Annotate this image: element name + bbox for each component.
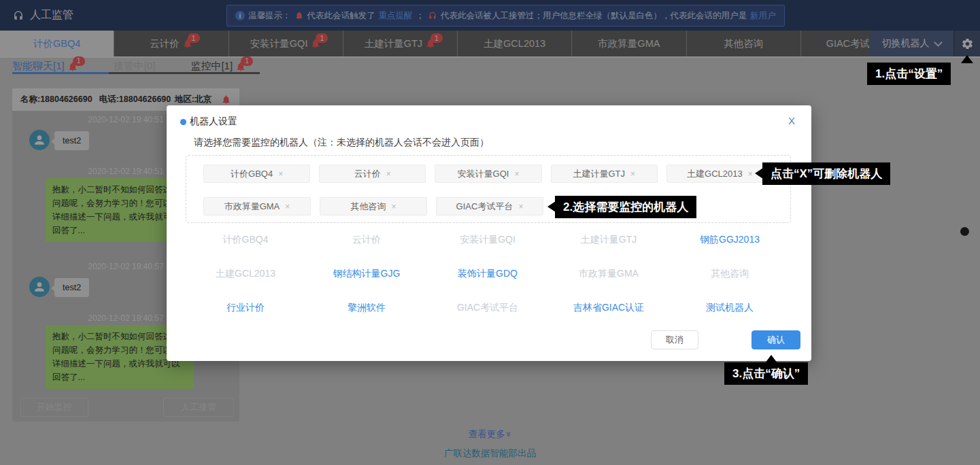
robot-option: 计价GBQ4 [185, 222, 306, 256]
selected-robots-box: 计价GBQ4× 云计价× 安装计量GQI× 土建计量GTJ× 土建GCL2013… [186, 155, 791, 223]
chip-giac[interactable]: GIAC考试平台× [436, 197, 543, 216]
annotation-text: 点击“X”可删除机器人 [771, 167, 882, 180]
chip-label: GIAC考试平台 [456, 201, 513, 213]
robot-option: 云计价 [306, 222, 427, 256]
annotation-step3: 3.点击“确认” [724, 362, 808, 385]
annotation-delete-note: 点击“X”可删除机器人 [762, 162, 890, 185]
chip-yunjijia[interactable]: 云计价× [319, 165, 426, 183]
remove-x-icon[interactable]: × [278, 169, 283, 179]
annotation-arrow-left [755, 168, 763, 179]
dialog-title: 机器人设置 [190, 116, 237, 128]
chip-label: 安装计量GQI [458, 168, 509, 180]
chip-label: 市政算量GMA [224, 201, 280, 213]
robot-option: 土建GCL2013 [185, 256, 306, 290]
annotation-arrow-up [961, 55, 973, 63]
robot-option[interactable]: 行业计价 [185, 290, 306, 324]
remove-x-icon[interactable]: × [386, 169, 391, 179]
chip-label: 计价GBQ4 [231, 168, 273, 180]
robot-option: 土建计量GTJ [548, 222, 669, 256]
robot-option[interactable]: 钢结构计量GJG [306, 256, 427, 290]
confirm-button[interactable]: 确认 [751, 330, 800, 349]
remove-x-icon[interactable]: × [518, 202, 523, 211]
annotation-arrow-up [765, 355, 777, 363]
dialog-subtitle: 请选择您需要监控的机器人（注：未选择的机器人会话不会进入页面） [194, 137, 489, 149]
chip-label: 其他咨询 [350, 201, 386, 213]
robot-option[interactable]: 吉林省GIAC认证 [548, 290, 669, 324]
robot-option: 安装计量GQI [427, 222, 548, 256]
chip-gqi[interactable]: 安装计量GQI× [435, 165, 541, 183]
chip-other[interactable]: 其他咨询× [320, 197, 427, 216]
robot-option: 其他咨询 [669, 256, 790, 290]
annotation-text: 1.点击“设置” [875, 67, 943, 80]
black-dot-marker [960, 227, 969, 236]
remove-x-icon[interactable]: × [514, 169, 519, 179]
annotation-step1: 1.点击“设置” [867, 63, 951, 85]
cancel-button[interactable]: 取消 [651, 330, 698, 349]
robot-settings-dialog: 机器人设置 X 请选择您需要监控的机器人（注：未选择的机器人会话不会进入页面） … [167, 105, 811, 361]
robot-option: 市政算量GMA [548, 256, 669, 290]
robot-options-grid: 计价GBQ4 云计价 安装计量GQI 土建计量GTJ 钢筋GGJ2013 土建G… [185, 222, 790, 324]
remove-x-icon[interactable]: × [391, 202, 396, 211]
annotation-step2: 2.选择需要监控的机器人 [555, 196, 696, 218]
chip-gtj[interactable]: 土建计量GTJ× [551, 165, 658, 183]
robot-option[interactable]: 擎洲软件 [306, 290, 427, 324]
robot-option: GIAC考试平台 [427, 290, 548, 324]
chip-gma[interactable]: 市政算量GMA× [203, 197, 311, 216]
robot-option[interactable]: 装饰计量GDQ [427, 256, 548, 290]
annotation-text: 3.点击“确认” [732, 367, 800, 380]
remove-x-icon[interactable]: × [285, 202, 290, 211]
robot-option[interactable]: 钢筋GGJ2013 [669, 222, 790, 256]
annotation-arrow-left [547, 201, 556, 212]
blue-dot-icon [180, 119, 186, 125]
robot-option[interactable]: 测试机器人 [669, 290, 790, 324]
chip-gbq4[interactable]: 计价GBQ4× [203, 165, 310, 183]
close-icon[interactable]: X [788, 115, 795, 126]
chip-label: 云计价 [354, 168, 381, 180]
remove-x-icon[interactable]: × [630, 169, 635, 179]
chip-label: 土建计量GTJ [573, 168, 625, 180]
chip-label: 土建GCL2013 [687, 168, 743, 180]
remove-x-icon[interactable]: × [748, 169, 753, 179]
selected-chips-row-1: 计价GBQ4× 云计价× 安装计量GQI× 土建计量GTJ× 土建GCL2013… [203, 165, 773, 183]
annotation-text: 2.选择需要监控的机器人 [563, 201, 688, 213]
